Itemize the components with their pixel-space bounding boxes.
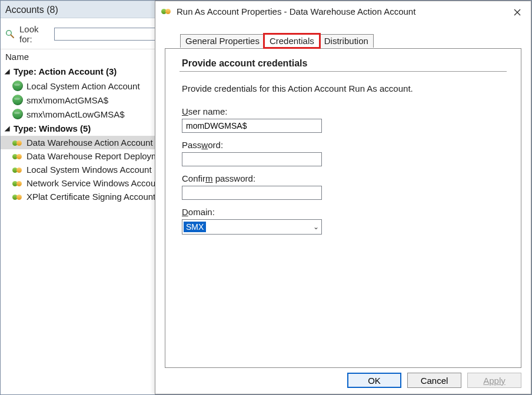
divider bbox=[179, 71, 507, 72]
confirm-password-label: Confirm password: bbox=[182, 173, 504, 183]
close-button[interactable] bbox=[510, 5, 525, 20]
runas-icon bbox=[12, 192, 23, 202]
ok-button[interactable]: OK bbox=[347, 373, 401, 388]
cancel-button[interactable]: Cancel bbox=[407, 373, 461, 388]
list-item-label: Local System Action Account bbox=[26, 81, 140, 91]
runas-icon bbox=[12, 152, 23, 161]
list-item[interactable]: smx\momActLowGMSA$ bbox=[1, 107, 168, 121]
domain-selected-value: SMX bbox=[184, 222, 206, 232]
tab-general-properties[interactable]: General Properties bbox=[180, 34, 265, 48]
globe-icon bbox=[12, 95, 23, 105]
list-item-label: Data Warehouse Action Account bbox=[26, 138, 153, 148]
tab-credentials[interactable]: Credentials bbox=[264, 34, 320, 48]
svg-line-1 bbox=[11, 35, 14, 38]
apply-button: Apply bbox=[467, 373, 521, 388]
password-label: Password: bbox=[182, 140, 504, 150]
list-item[interactable]: XPlat Certificate Signing Account bbox=[1, 190, 168, 203]
expand-icon: ◢ bbox=[3, 68, 11, 75]
dialog-title: Run As Account Properties - Data Warehou… bbox=[177, 6, 415, 16]
runas-icon bbox=[12, 165, 23, 175]
chevron-down-icon: ⌄ bbox=[313, 223, 319, 231]
runas-properties-dialog: Run As Account Properties - Data Warehou… bbox=[155, 1, 531, 394]
list-item-label: smx\momActGMSA$ bbox=[26, 95, 108, 105]
list-item[interactable]: Local System Action Account bbox=[1, 79, 168, 93]
list-item[interactable]: Data Warehouse Action Account bbox=[1, 136, 168, 149]
runas-icon bbox=[12, 138, 23, 148]
domain-label: Domain: bbox=[182, 207, 504, 217]
lookfor-input[interactable] bbox=[54, 28, 163, 41]
column-header-name[interactable]: Name bbox=[1, 49, 168, 64]
tab-distribution[interactable]: Distribution bbox=[319, 34, 374, 48]
list-item-label: Local System Windows Account bbox=[26, 165, 152, 175]
panel-description: Provide credentials for this Action Acco… bbox=[182, 83, 507, 93]
close-icon bbox=[514, 9, 521, 16]
list-item[interactable]: Network Service Windows Accou bbox=[1, 176, 168, 190]
list-item[interactable]: Local System Windows Account bbox=[1, 163, 168, 176]
list-item[interactable]: Data Warehouse Report Deploym bbox=[1, 149, 168, 163]
expand-icon: ◢ bbox=[3, 125, 11, 132]
credentials-panel: Provide account credentials Provide cred… bbox=[165, 48, 521, 368]
accounts-pane: Accounts (8) Look for: Name ◢ Type: Acti… bbox=[1, 1, 168, 394]
list-item[interactable]: smx\momActGMSA$ bbox=[1, 93, 168, 107]
group-windows[interactable]: ◢ Type: Windows (5) bbox=[1, 121, 168, 136]
search-icon bbox=[5, 29, 15, 39]
username-label: User name: bbox=[182, 106, 504, 116]
lookfor-row: Look for: bbox=[1, 18, 168, 49]
group-label: Type: Action Account (3) bbox=[14, 66, 117, 76]
dialog-button-bar: OK Cancel Apply bbox=[347, 373, 521, 388]
confirm-password-input[interactable] bbox=[182, 186, 322, 200]
globe-icon bbox=[12, 109, 23, 119]
password-input[interactable] bbox=[182, 152, 322, 166]
panel-heading: Provide account credentials bbox=[179, 58, 507, 69]
accounts-pane-header: Accounts (8) bbox=[1, 1, 168, 18]
username-input[interactable] bbox=[182, 119, 322, 133]
list-item-label: smx\momActLowGMSA$ bbox=[26, 109, 125, 119]
domain-select[interactable]: SMX ⌄ bbox=[182, 219, 322, 235]
list-item-label: Network Service Windows Accou bbox=[26, 178, 155, 188]
list-item-label: XPlat Certificate Signing Account bbox=[26, 192, 155, 202]
list-item-label: Data Warehouse Report Deploym bbox=[26, 151, 159, 161]
group-action-account[interactable]: ◢ Type: Action Account (3) bbox=[1, 64, 168, 79]
runas-icon bbox=[161, 6, 172, 16]
runas-icon bbox=[12, 179, 23, 188]
globe-icon bbox=[12, 81, 23, 91]
lookfor-label: Look for: bbox=[19, 24, 49, 44]
tabstrip: General Properties Credentials Distribut… bbox=[180, 34, 373, 48]
group-label: Type: Windows (5) bbox=[14, 123, 91, 133]
dialog-titlebar[interactable]: Run As Account Properties - Data Warehou… bbox=[155, 1, 531, 21]
